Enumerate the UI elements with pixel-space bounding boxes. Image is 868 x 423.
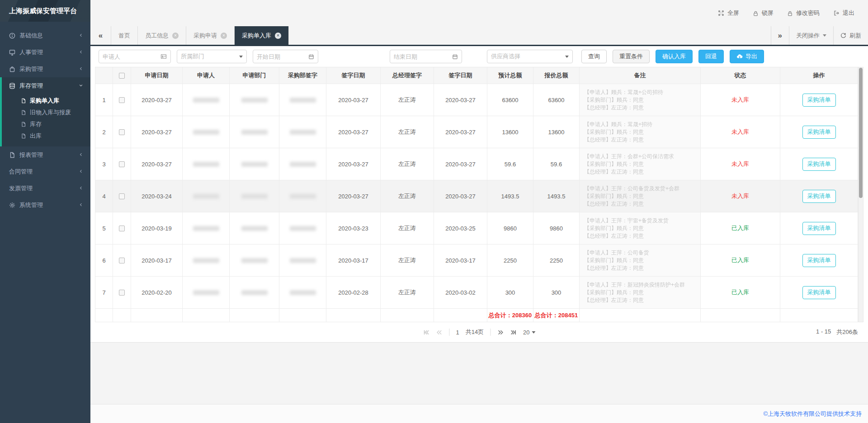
- double-chevron-right-icon: »: [778, 31, 782, 40]
- applicant-cell: [183, 148, 230, 180]
- next-page-button[interactable]: [497, 329, 504, 336]
- totals-empty-cell: [95, 309, 113, 322]
- tab-home[interactable]: 首页: [111, 26, 138, 45]
- estimated-total-cell: 9860: [487, 212, 533, 244]
- change-password-button[interactable]: 修改密码: [787, 9, 820, 17]
- checkbox-cell: [113, 116, 131, 148]
- gm-signer-cell: 左正涛: [381, 277, 434, 309]
- previous-page-button[interactable]: [436, 329, 443, 336]
- department-select[interactable]: 所属部门: [177, 50, 247, 63]
- search-button[interactable]: 查询: [581, 50, 607, 63]
- purchase-sign-cell: [279, 212, 326, 244]
- tabs-scroll-left-button[interactable]: «: [90, 26, 111, 45]
- sidebar-group-inventory: 库存管理 采购单入库 旧物入库与报废 库存: [0, 77, 90, 146]
- sidebar-item-purchase-inbound[interactable]: 采购单入库: [2, 95, 90, 107]
- document-icon: [21, 133, 26, 139]
- table-row: 32020-03-272020-03-27左正涛2020-03-2759.659…: [95, 148, 858, 180]
- purchase-list-button[interactable]: 采购清单: [802, 190, 836, 203]
- purchase-list-button[interactable]: 采购清单: [802, 126, 836, 139]
- row-checkbox[interactable]: [119, 193, 125, 199]
- gm-sign-date-cell: 2020-03-27: [434, 148, 487, 180]
- rollback-button[interactable]: 回退: [698, 50, 724, 63]
- quoted-total-cell: 13600: [533, 116, 580, 148]
- purchase-sign-date-cell: 2020-03-27: [326, 84, 381, 116]
- purchase-list-button[interactable]: 采购清单: [802, 254, 836, 267]
- sidebar-item-inventory[interactable]: 库存管理: [2, 77, 90, 94]
- select-all-checkbox[interactable]: [119, 73, 125, 79]
- close-operations-dropdown[interactable]: 关闭操作: [789, 26, 833, 45]
- tab-purchase-request[interactable]: 采购申请 ×: [186, 26, 235, 45]
- chevron-left-icon: [79, 32, 83, 39]
- row-checkbox[interactable]: [119, 161, 125, 167]
- sidebar-item-hr[interactable]: 人事管理: [0, 44, 90, 61]
- sidebar-item-outbound[interactable]: 出库: [2, 130, 90, 142]
- row-checkbox[interactable]: [119, 226, 125, 231]
- end-date-field[interactable]: [394, 53, 452, 60]
- tab-purchase-inbound[interactable]: 采购单入库 ×: [235, 26, 289, 45]
- action-cell: 采购清单: [780, 244, 858, 277]
- logout-button[interactable]: 退出: [833, 9, 854, 17]
- close-icon[interactable]: ×: [172, 33, 179, 39]
- supplier-select[interactable]: 供应商选择: [487, 50, 573, 63]
- last-page-button[interactable]: [510, 329, 517, 336]
- tech-support-link[interactable]: ©上海天牧软件有限公司提供技术支持: [763, 410, 862, 418]
- applicant-input-field[interactable]: [103, 53, 160, 60]
- end-date-input[interactable]: [390, 50, 462, 63]
- refresh-button[interactable]: 刷新: [833, 26, 868, 45]
- purchase-sign-cell: [279, 180, 326, 212]
- purchase-list-button[interactable]: 采购清单: [802, 158, 836, 171]
- department-redacted: [241, 258, 268, 263]
- close-icon[interactable]: ×: [275, 33, 281, 39]
- remark-line: 【采购部门】顾兵：同意: [584, 289, 644, 296]
- main-area: 全屏 锁屏 修改密码 退出: [90, 0, 868, 423]
- purchase-list-button[interactable]: 采购清单: [802, 94, 836, 107]
- close-icon[interactable]: ×: [221, 33, 227, 39]
- sidebar-item-invoices[interactable]: 发票管理: [0, 180, 90, 197]
- page-size-value: 20: [523, 329, 529, 336]
- start-date-field[interactable]: [257, 53, 308, 60]
- table-row: 22020-03-272020-03-27左正涛2020-03-27136001…: [95, 116, 858, 148]
- chevron-left-icon: [79, 202, 83, 208]
- sidebar-item-old-goods[interactable]: 旧物入库与报废: [2, 107, 90, 118]
- tab-employee-info[interactable]: 员工信息 ×: [138, 26, 186, 45]
- department-redacted: [241, 290, 268, 295]
- row-checkbox[interactable]: [119, 129, 125, 135]
- row-checkbox[interactable]: [119, 97, 125, 103]
- sidebar-item-basic-info[interactable]: 基础信息: [0, 27, 90, 44]
- pagination-controls: 1 共14页 20: [423, 328, 535, 336]
- calendar-icon: [452, 54, 458, 60]
- row-checkbox[interactable]: [119, 290, 125, 296]
- quoted-total-cell: 9860: [533, 212, 580, 244]
- caret-down-icon: [823, 34, 826, 37]
- row-index: 3: [95, 148, 113, 180]
- page-size-select[interactable]: 20: [523, 329, 535, 336]
- purchase-sign-cell: [279, 277, 326, 309]
- table-scrollbar[interactable]: [858, 67, 863, 322]
- lock-screen-button[interactable]: 锁屏: [753, 9, 774, 17]
- sidebar-item-label: 系统管理: [19, 201, 43, 209]
- sidebar-item-contracts[interactable]: 合同管理: [0, 163, 90, 180]
- reset-button[interactable]: 重置条件: [613, 50, 650, 63]
- start-date-input[interactable]: [253, 50, 318, 63]
- confirm-inbound-button[interactable]: 确认入库: [656, 50, 693, 63]
- applicant-input[interactable]: [99, 50, 171, 63]
- current-page[interactable]: 1: [456, 329, 459, 336]
- checkbox-cell: [113, 277, 131, 309]
- tabs-scroll-right-button[interactable]: »: [771, 26, 789, 45]
- purchase-list-button[interactable]: 采购清单: [802, 222, 836, 235]
- action-cell: 采购清单: [780, 277, 858, 309]
- sidebar-item-system[interactable]: 系统管理: [0, 197, 90, 213]
- fullscreen-label: 全屏: [727, 9, 739, 17]
- fullscreen-button[interactable]: 全屏: [718, 9, 739, 17]
- remark-line: 【申请人】王萍：公司备货: [584, 249, 649, 257]
- export-button[interactable]: 导出: [730, 50, 764, 63]
- sidebar-item-stock[interactable]: 库存: [2, 118, 90, 130]
- row-checkbox[interactable]: [119, 258, 125, 263]
- first-page-button[interactable]: [423, 329, 429, 336]
- search-button-label: 查询: [588, 52, 600, 61]
- purchase-list-button[interactable]: 采购清单: [802, 286, 836, 299]
- remark-line: 【总经理】左正涛：同意: [584, 232, 644, 240]
- sidebar-item-reports[interactable]: 报表管理: [0, 146, 90, 163]
- sidebar-item-purchasing[interactable]: 采购管理: [0, 61, 90, 77]
- scrollbar-thumb[interactable]: [859, 68, 863, 198]
